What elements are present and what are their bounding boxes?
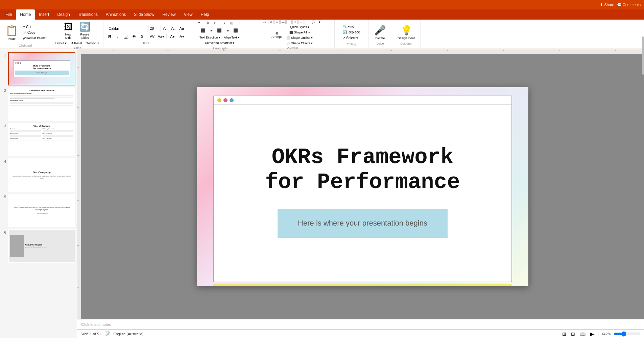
slide-3-thumb[interactable]: Table of Contents Definition Advantages … [8, 123, 75, 156]
notes-area[interactable]: Click to add notes [77, 319, 644, 329]
columns-button[interactable]: ⊞ [228, 20, 235, 26]
decrease-font-button[interactable]: A↓ [170, 25, 177, 32]
shape-callout-button[interactable]: 💬 [311, 20, 316, 24]
reset-button[interactable]: ↺ Reset [69, 41, 84, 46]
new-slide-button[interactable]: 🖼 NewSlide [61, 20, 75, 41]
format-painter-button[interactable]: 🖌 Format Painter [21, 36, 48, 41]
underline-button[interactable]: U [122, 33, 130, 40]
clear-format-button[interactable]: Aa [178, 25, 185, 32]
tab-animations[interactable]: Animations [102, 9, 130, 20]
change-case-button[interactable]: Aa▾ [157, 33, 165, 40]
increase-indent-button[interactable]: ⇥ [220, 20, 227, 26]
tab-file[interactable]: File [1, 9, 16, 20]
slide-5-number: 5 [1, 194, 6, 199]
arrange-button[interactable]: ⊞Arrange [270, 31, 284, 39]
slide-4-thumb[interactable]: Our Company Mercury is the closest plane… [8, 158, 75, 192]
bullets-button[interactable]: ≡ [195, 20, 203, 26]
paragraph-group: ≡ ① ⇤ ⇥ ⊞ ↕ ⬛ ≡ ⬛ ≡ ⬛ Text Direction ▾ A… [189, 20, 250, 48]
align-text-button[interactable]: Align Text ▾ [222, 35, 241, 40]
highlight-button[interactable]: A▾ [177, 33, 186, 40]
shadow-button[interactable]: S [139, 33, 146, 40]
browser-frame: OKRs Framework for Performance Here is w… [213, 96, 512, 282]
tab-slide-show[interactable]: Slide Show [130, 9, 158, 20]
font-color-button[interactable]: A▾ [168, 33, 177, 40]
slide-2-thumb[interactable]: Contents of This Template Send your guid… [8, 87, 75, 121]
numbering-button[interactable]: ① [204, 20, 211, 26]
comments-button[interactable]: 💬 Comments [617, 3, 641, 7]
layout-button[interactable]: Layout ▾ [54, 41, 68, 46]
shape-rect-button[interactable]: ▭ [262, 20, 267, 24]
align-left-button[interactable]: ⬛ [199, 27, 207, 34]
decrease-indent-button[interactable]: ⇤ [212, 20, 219, 26]
shape-curve-button[interactable]: ∩ [299, 20, 304, 24]
tab-review[interactable]: Review [158, 9, 180, 20]
shape-more-button[interactable]: ▾ [292, 20, 298, 24]
quick-styles-button[interactable]: Quick Styles ▾ [285, 25, 314, 29]
clipboard-label: Clipboard [19, 44, 32, 47]
replace-button[interactable]: 🔄 Replace [341, 30, 361, 35]
strikethrough-button[interactable]: S [130, 33, 138, 40]
normal-view-button[interactable]: ⊞ [561, 331, 567, 337]
section-button[interactable]: Section ▾ [85, 41, 100, 46]
bottom-right: ⊞ ⊟ 📖 ▶ | 142% [561, 331, 641, 337]
shape-arrow-button[interactable]: → [286, 20, 292, 24]
tab-design[interactable]: Design [53, 9, 74, 20]
increase-font-button[interactable]: A↑ [162, 25, 169, 32]
comments-icon: 💬 [617, 3, 622, 7]
shape-tri-button[interactable]: △ [274, 20, 280, 24]
center-button[interactable]: ≡ [208, 27, 215, 34]
share-button[interactable]: ⬆ Share [600, 3, 614, 7]
tab-help[interactable]: Help [197, 9, 213, 20]
tab-transitions[interactable]: Transitions [74, 9, 102, 20]
ribbon-tabs: File Home Insert Design Transitions Anim… [0, 9, 644, 20]
justify-button[interactable]: ≡ [224, 27, 231, 34]
slide-subtitle-box[interactable]: Here is where your presentation begins [278, 209, 448, 238]
find-button[interactable]: 🔍 Find [341, 24, 361, 29]
zoom-separator: | [598, 332, 599, 336]
designer-group: 💡 Design Ideas Designer [392, 20, 421, 48]
paste-button[interactable]: 📋 Paste [3, 22, 21, 43]
shape-line-button[interactable]: — [280, 20, 286, 24]
shape-outline-button[interactable]: ⬜ Shape Outline ▾ [285, 35, 314, 40]
design-ideas-icon: 💡 [401, 25, 412, 36]
shape-effects-button[interactable]: ✨ Shape Effects ▾ [285, 41, 314, 46]
font-name-input[interactable] [107, 25, 147, 32]
rtl-button[interactable]: ⬛ [232, 27, 239, 34]
char-spacing-button[interactable]: AV [148, 33, 156, 40]
shape-oval-button[interactable]: ⬭ [268, 20, 273, 24]
slideshow-button[interactable]: ▶ [589, 331, 595, 337]
bold-button[interactable]: B [106, 33, 114, 40]
status-bar: Slide 1 of 51 📝 English (Australia) ⊞ ⊟ … [77, 329, 644, 338]
font-size-input[interactable] [148, 25, 161, 32]
select-button[interactable]: ↗ Select ▾ [341, 35, 361, 41]
tab-home[interactable]: Home [16, 9, 35, 20]
text-direction-button[interactable]: Text Direction ▾ [198, 35, 222, 40]
convert-smartart-button[interactable]: Convert to SmartArt ▾ [204, 41, 236, 45]
language-info: English (Australia) [113, 332, 143, 336]
copy-button[interactable]: 📄 Copy [21, 30, 48, 35]
zoom-slider[interactable] [614, 331, 641, 337]
reading-view-button[interactable]: 📖 [579, 331, 587, 337]
top-ruler: -10 -8 -6 -4 -2 0 2 4 6 8 [77, 49, 644, 54]
design-ideas-button[interactable]: 💡 Design Ideas [395, 23, 418, 41]
dictate-button[interactable]: 🎤 Dictate [372, 23, 389, 41]
cut-button[interactable]: ✂ Cut [21, 24, 48, 29]
slide-1-thumb[interactable]: OKRs Frameworkfor Performance Here is wh… [8, 52, 75, 85]
notes-placeholder[interactable]: Click to add notes [81, 322, 111, 327]
italic-button[interactable]: I [114, 33, 122, 40]
slide-sorter-button[interactable]: ⊟ [570, 331, 576, 337]
slide-info: Slide 1 of 51 [80, 332, 101, 336]
align-right-button[interactable]: ⬛ [216, 27, 223, 34]
share-icon: ⬆ [600, 3, 603, 7]
tab-insert[interactable]: Insert [35, 9, 53, 20]
shape-fill-button[interactable]: ⬛ Shape Fill ▾ [285, 30, 314, 35]
slide-6-wrapper: 6 About the Project Mercury is the close… [1, 229, 75, 263]
slide-5-thumb[interactable]: "This is a quote, words full of wisdom t… [8, 194, 75, 227]
shape-freeform-button[interactable]: ∼ [305, 20, 310, 24]
line-spacing-button[interactable]: ↕ [236, 20, 243, 26]
slide-6-thumb[interactable]: About the Project Mercury is the closest… [8, 229, 75, 263]
shape-star-button[interactable]: ★ [317, 20, 322, 24]
tab-view[interactable]: View [180, 9, 197, 20]
reuse-slides-button[interactable]: 🔄 ReuseSlides [77, 20, 93, 41]
slide-canvas[interactable]: OKRs Framework for Performance Here is w… [197, 87, 528, 286]
